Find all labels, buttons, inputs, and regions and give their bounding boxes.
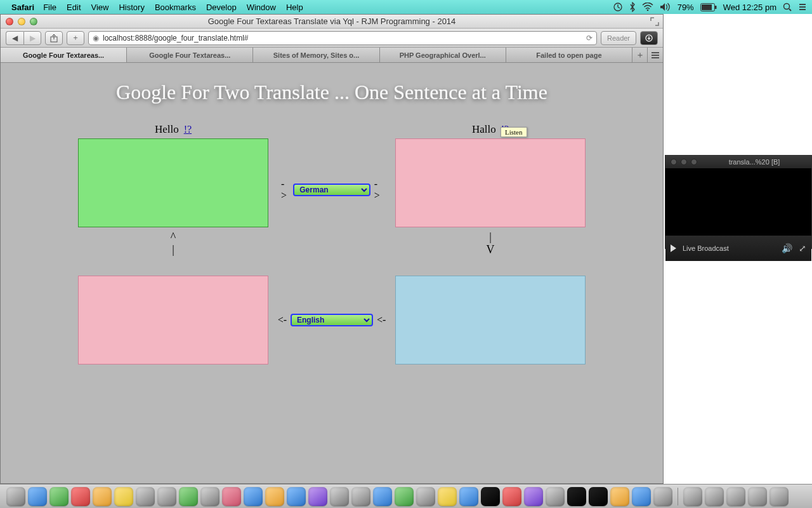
top-left-label: Hello — [155, 123, 179, 136]
dock-app[interactable] — [395, 487, 414, 506]
dock-stack[interactable] — [748, 487, 767, 506]
dock-app[interactable] — [438, 487, 457, 506]
dock-app[interactable] — [179, 487, 198, 506]
dock-app[interactable] — [71, 487, 90, 506]
bluetooth-icon[interactable] — [629, 2, 636, 12]
mac-menubar: Safari File Edit View History Bookmarks … — [0, 0, 812, 14]
url-field[interactable]: ◉ localhost:8888/google_four_translate.h… — [88, 31, 597, 45]
menubar-clock[interactable]: Wed 12:25 pm — [723, 3, 776, 12]
svg-rect-14 — [652, 57, 659, 58]
tab-3[interactable]: PHP Geographical Overl... — [380, 48, 506, 62]
dock-app-finder[interactable] — [6, 487, 25, 506]
back-button[interactable]: ◀ — [6, 31, 23, 45]
new-tab-button[interactable]: ＋ — [632, 48, 648, 62]
language-select-bottom[interactable]: English — [291, 314, 373, 326]
fullscreen-icon[interactable] — [650, 17, 659, 26]
qt-min-button[interactable] — [681, 159, 687, 165]
dock-trash[interactable] — [769, 487, 789, 506]
dock-app[interactable] — [416, 487, 435, 506]
qt-fullscreen-icon[interactable]: ⤢ — [799, 243, 806, 253]
downloads-button[interactable] — [640, 31, 658, 45]
menu-file[interactable]: File — [43, 3, 56, 12]
listen-link-left[interactable]: !? — [184, 124, 192, 135]
volume-icon[interactable] — [660, 3, 671, 11]
reload-icon[interactable]: ⟳ — [586, 34, 593, 43]
dock-app[interactable] — [136, 487, 155, 506]
url-text: localhost:8888/google_four_translate.htm… — [103, 34, 249, 43]
add-bookmark-button[interactable]: ＋ — [67, 31, 84, 45]
menu-edit[interactable]: Edit — [67, 3, 81, 12]
quicktime-titlebar[interactable]: transla...%20 [B] — [665, 156, 811, 168]
spotlight-icon[interactable] — [783, 3, 792, 11]
battery-icon[interactable] — [700, 3, 717, 11]
dock-app[interactable] — [157, 487, 176, 506]
share-button[interactable] — [45, 31, 63, 45]
dock-stack[interactable] — [705, 487, 724, 506]
tab-4[interactable]: Failed to open page — [506, 48, 632, 62]
textarea-top-left[interactable] — [78, 138, 268, 227]
textarea-top-right[interactable] — [395, 138, 586, 227]
dock-app[interactable] — [287, 487, 306, 506]
dock-app[interactable] — [308, 487, 327, 506]
window-titlebar[interactable]: Google Four Textareas Translate via Yql … — [1, 15, 663, 29]
menu-develop[interactable]: Develop — [206, 3, 237, 12]
qt-zoom-button[interactable] — [691, 159, 697, 165]
dock-app[interactable] — [632, 487, 651, 506]
minimize-window-button[interactable] — [18, 18, 25, 25]
notification-center-icon[interactable] — [798, 3, 807, 11]
menu-bookmarks[interactable]: Bookmarks — [155, 3, 196, 12]
svg-rect-12 — [652, 52, 659, 53]
dock-app[interactable] — [502, 487, 521, 506]
wifi-icon[interactable] — [642, 3, 653, 11]
menubar-app-name[interactable]: Safari — [11, 3, 34, 12]
dock-app[interactable] — [481, 487, 500, 506]
tab-overflow-button[interactable] — [648, 48, 663, 62]
textarea-bottom-right[interactable] — [395, 276, 586, 364]
dock-stack[interactable] — [726, 487, 745, 506]
tab-1[interactable]: Google Four Textareas... — [127, 48, 253, 62]
play-icon[interactable] — [671, 244, 676, 252]
menu-view[interactable]: View — [91, 3, 109, 12]
arrow-left-2: <- — [377, 314, 386, 326]
dock-stack[interactable] — [683, 487, 702, 506]
dock-app[interactable] — [524, 487, 543, 506]
forward-button[interactable]: ▶ — [23, 31, 41, 45]
browser-toolbar: ◀ ▶ ＋ ◉ localhost:8888/google_four_trans… — [1, 29, 663, 48]
dock-app[interactable] — [222, 487, 241, 506]
dock-app[interactable] — [49, 487, 69, 506]
dock-app[interactable] — [610, 487, 629, 506]
site-icon: ◉ — [93, 34, 99, 43]
language-select-top[interactable]: German — [293, 184, 370, 196]
dock-app[interactable] — [200, 487, 219, 506]
dock-app[interactable] — [567, 487, 586, 506]
dock-app[interactable] — [114, 487, 133, 506]
menu-window[interactable]: Window — [247, 3, 276, 12]
dock-app[interactable] — [330, 487, 349, 506]
dock-app[interactable] — [653, 487, 672, 506]
dock-app[interactable] — [546, 487, 565, 506]
tab-2[interactable]: Sites of Memory, Sites o... — [253, 48, 379, 62]
dock-app[interactable] — [589, 487, 608, 506]
zoom-window-button[interactable] — [30, 18, 37, 25]
safari-window: Google Four Textareas Translate via Yql … — [0, 14, 664, 484]
dock-app[interactable] — [373, 487, 392, 506]
dock-separator — [678, 488, 678, 505]
quicktime-window[interactable]: transla...%20 [B] Live Broadcast 🔊 ⤢ — [665, 155, 812, 249]
dock-app[interactable] — [459, 487, 478, 506]
tab-0[interactable]: Google Four Textareas... — [1, 48, 127, 62]
dock-app[interactable] — [265, 487, 284, 506]
textarea-bottom-left[interactable] — [78, 276, 268, 364]
dock-app[interactable] — [28, 487, 47, 506]
page-heading: Google For Two Translate ... One Sentenc… — [1, 81, 663, 104]
dock-app[interactable] — [244, 487, 263, 506]
menu-history[interactable]: History — [119, 3, 144, 12]
dock-app[interactable] — [93, 487, 112, 506]
menu-help[interactable]: Help — [286, 3, 303, 12]
qt-close-button[interactable] — [671, 159, 677, 165]
dock-app[interactable] — [351, 487, 370, 506]
reader-button[interactable]: Reader — [601, 31, 636, 45]
timemachine-icon[interactable] — [613, 2, 623, 12]
close-window-button[interactable] — [6, 18, 13, 25]
qt-volume-icon[interactable]: 🔊 — [782, 243, 792, 253]
quicktime-title: transla...%20 [B] — [729, 158, 780, 166]
